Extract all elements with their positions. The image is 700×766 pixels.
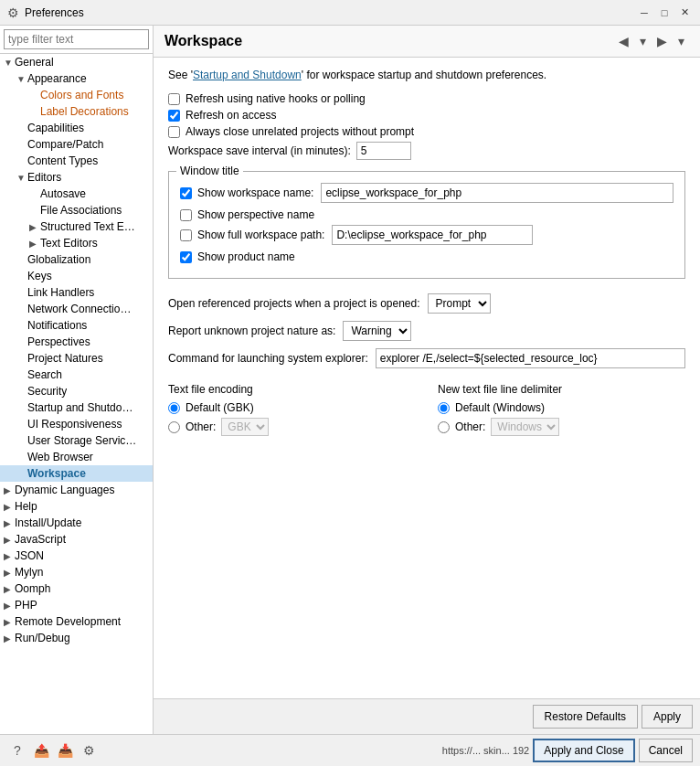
sidebar-label-workspace: Workspace: [27, 467, 86, 480]
sidebar-label-network-conn: Network Connectio…: [27, 303, 131, 315]
tree-arrow-appearance: ▼: [16, 74, 27, 84]
apply-button[interactable]: Apply: [642, 705, 693, 729]
nav-forward-dropdown[interactable]: ▾: [673, 31, 689, 51]
sidebar-item-user-storage[interactable]: User Storage Servic…: [0, 432, 153, 449]
sidebar-item-colors-fonts[interactable]: Colors and Fonts: [0, 87, 153, 103]
encoding-other-select[interactable]: GBK: [221, 418, 269, 436]
help-icon[interactable]: ?: [7, 740, 27, 761]
sidebar-item-autosave[interactable]: Autosave: [0, 186, 153, 202]
refresh-native-label: Refresh using native hooks or polling: [186, 92, 366, 105]
nav-back-button[interactable]: ◀: [614, 31, 633, 51]
sidebar-label-javascript: JavaScript: [15, 533, 66, 546]
delimiter-default-radio[interactable]: [438, 402, 450, 414]
always-close-row: Always close unrelated projects without …: [168, 125, 685, 138]
sidebar-item-ui-resp[interactable]: UI Responsiveness: [0, 416, 153, 432]
search-input[interactable]: [4, 29, 149, 49]
refresh-access-row: Refresh on access: [168, 109, 685, 122]
encoding-other-radio[interactable]: [168, 421, 180, 433]
close-button[interactable]: ✕: [676, 5, 693, 21]
sidebar-item-editors[interactable]: ▼Editors: [0, 169, 153, 186]
show-full-path-row: Show full workspace path:: [180, 225, 673, 245]
sidebar-item-content-types[interactable]: Content Types: [0, 153, 153, 169]
show-workspace-name-checkbox[interactable]: [180, 187, 192, 199]
tree-arrow-remote-dev: ▶: [4, 617, 15, 627]
sidebar-label-colors-fonts: Colors and Fonts: [40, 89, 123, 101]
sidebar-item-mylyn[interactable]: ▶Mylyn: [0, 564, 153, 580]
sidebar-item-run-debug[interactable]: ▶Run/Debug: [0, 630, 153, 646]
refresh-access-checkbox[interactable]: [168, 110, 180, 122]
always-close-checkbox[interactable]: [168, 126, 180, 138]
sidebar-item-keys[interactable]: Keys: [0, 268, 153, 284]
sidebar-item-help[interactable]: ▶Help: [0, 498, 153, 515]
delimiter-default-label: Default (Windows): [455, 401, 545, 414]
delimiter-other-select[interactable]: Windows: [491, 418, 559, 436]
sidebar-item-globalization[interactable]: Globalization: [0, 251, 153, 268]
command-launch-input[interactable]: [376, 348, 685, 368]
workspace-name-input[interactable]: [321, 183, 673, 203]
footer-bar: ? 📤 📥 ⚙ https://... skin... 192 Apply an…: [0, 734, 700, 766]
report-unknown-label: Report unknown project nature as:: [168, 324, 335, 337]
settings-icon[interactable]: ⚙: [79, 740, 99, 761]
sidebar-item-search[interactable]: Search: [0, 367, 153, 383]
sidebar-label-mylyn: Mylyn: [15, 566, 43, 579]
report-unknown-row: Report unknown project nature as: Warnin…: [168, 321, 685, 341]
tree-arrow-dynamic-langs: ▶: [4, 485, 15, 495]
sidebar-item-notifications[interactable]: Notifications: [0, 317, 153, 334]
sidebar-item-capabilities[interactable]: Capabilities: [0, 120, 153, 136]
workspace-path-input[interactable]: [332, 225, 533, 245]
save-interval-input[interactable]: [356, 142, 411, 160]
sidebar-item-oomph[interactable]: ▶Oomph: [0, 580, 153, 597]
sidebar-item-project-natures[interactable]: Project Natures: [0, 350, 153, 367]
encoding-default-radio[interactable]: [168, 402, 180, 414]
sidebar-item-text-editors[interactable]: ▶Text Editors: [0, 235, 153, 251]
cancel-button[interactable]: Cancel: [639, 739, 693, 762]
encoding-other-label: Other:: [186, 420, 216, 433]
sidebar-item-dynamic-langs[interactable]: ▶Dynamic Languages: [0, 482, 153, 498]
sidebar-item-php[interactable]: ▶PHP: [0, 597, 153, 613]
nav-forward-button[interactable]: ▶: [652, 31, 672, 51]
sidebar-item-install-update[interactable]: ▶Install/Update: [0, 515, 153, 531]
apply-and-close-button[interactable]: Apply and Close: [533, 739, 634, 762]
command-launch-label: Command for launching system explorer:: [168, 352, 368, 365]
sidebar-item-workspace[interactable]: Workspace: [0, 465, 153, 482]
encoding-section: Text file encoding Default (GBK) Other: …: [168, 383, 685, 440]
sidebar-item-remote-dev[interactable]: ▶Remote Development: [0, 613, 153, 630]
sidebar-item-general[interactable]: ▼General: [0, 54, 153, 70]
show-product-name-checkbox[interactable]: [180, 251, 192, 263]
sidebar-item-json[interactable]: ▶JSON: [0, 548, 153, 564]
minimize-button[interactable]: ─: [636, 5, 652, 21]
app-icon: ⚙: [7, 5, 19, 20]
sidebar-item-javascript[interactable]: ▶JavaScript: [0, 531, 153, 548]
show-perspective-name-checkbox[interactable]: [180, 209, 192, 221]
sidebar-item-file-assoc[interactable]: File Associations: [0, 202, 153, 218]
import-icon[interactable]: 📥: [55, 740, 75, 761]
text-file-encoding-group: Text file encoding Default (GBK) Other: …: [168, 383, 416, 440]
delimiter-other-radio[interactable]: [438, 421, 450, 433]
open-referenced-select[interactable]: Prompt Always Never: [428, 293, 491, 314]
sidebar-item-startup-shutdown[interactable]: Startup and Shutdo…: [0, 399, 153, 416]
window-title: Preferences: [25, 6, 636, 19]
restore-defaults-button[interactable]: Restore Defaults: [533, 705, 638, 729]
startup-shutdown-link[interactable]: Startup and Shutdown: [193, 69, 302, 81]
sidebar-label-keys: Keys: [27, 270, 52, 282]
sidebar-item-perspectives[interactable]: Perspectives: [0, 334, 153, 350]
sidebar-item-appearance[interactable]: ▼Appearance: [0, 70, 153, 87]
sidebar-item-structured-text[interactable]: ▶Structured Text E…: [0, 218, 153, 235]
sidebar-item-label-dec[interactable]: Label Decorations: [0, 103, 153, 120]
save-interval-label: Workspace save interval (in minutes):: [168, 144, 351, 157]
sidebar-item-compare-patch[interactable]: Compare/Patch: [0, 136, 153, 153]
sidebar-item-security[interactable]: Security: [0, 383, 153, 399]
export-icon[interactable]: 📤: [31, 740, 51, 761]
nav-back-dropdown[interactable]: ▾: [635, 31, 651, 51]
report-unknown-select[interactable]: Warning Error Ignore: [343, 321, 411, 341]
maximize-button[interactable]: □: [656, 5, 673, 21]
tree-arrow-install-update: ▶: [4, 518, 15, 528]
refresh-native-checkbox[interactable]: [168, 93, 180, 105]
sidebar-item-network-conn[interactable]: Network Connectio…: [0, 301, 153, 317]
sidebar-label-user-storage: User Storage Servic…: [27, 434, 136, 447]
tree-arrow-editors: ▼: [16, 173, 27, 183]
show-full-path-checkbox[interactable]: [180, 229, 192, 241]
sidebar-item-web-browser[interactable]: Web Browser: [0, 449, 153, 465]
refresh-native-row: Refresh using native hooks or polling: [168, 92, 685, 105]
sidebar-item-link-handlers[interactable]: Link Handlers: [0, 284, 153, 301]
